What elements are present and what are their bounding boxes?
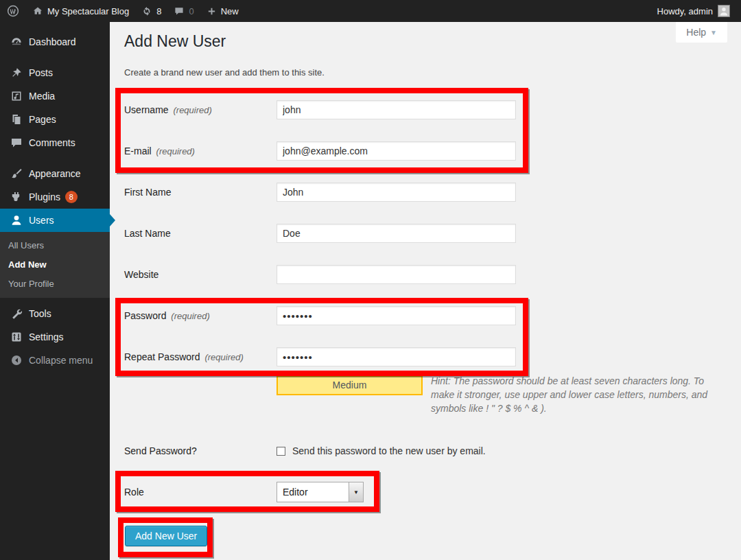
sidebar-separator — [0, 154, 110, 162]
required-note: (required) — [156, 146, 195, 156]
sidebar-item-posts[interactable]: Posts — [0, 61, 110, 84]
collapse-icon — [10, 353, 23, 367]
sidebar-item-media[interactable]: Media — [0, 84, 110, 108]
sidebar-item-label: Collapse menu — [29, 355, 93, 366]
email-label: E-mail (required) — [124, 145, 277, 156]
sidebar-item-label: Plugins — [29, 191, 60, 202]
last-name-row: Last Name — [124, 224, 516, 243]
website-label: Website — [124, 269, 277, 280]
wp-logo-menu[interactable] — [0, 0, 26, 22]
chevron-down-icon: ▼ — [710, 29, 717, 36]
last-name-label: Last Name — [124, 228, 277, 239]
sidebar-item-users[interactable]: Users — [0, 209, 110, 232]
repeat-password-label: Repeat Password (required) — [124, 351, 277, 362]
password-row: Password (required) — [124, 306, 516, 325]
website-input[interactable] — [277, 265, 516, 284]
avatar — [718, 5, 730, 17]
home-icon — [32, 5, 43, 16]
user-icon — [10, 213, 23, 227]
sidebar-item-collapse-menu[interactable]: Collapse menu — [0, 349, 110, 372]
password-label: Password (required) — [124, 310, 277, 321]
required-note: (required) — [171, 311, 209, 321]
username-label: Username (required) — [124, 104, 277, 115]
sidebar-item-label: Posts — [29, 67, 53, 78]
sidebar-item-label: Tools — [29, 308, 51, 319]
admin-sidebar: Dashboard Posts Media Pages Comments — [0, 22, 110, 560]
pages-icon — [10, 113, 23, 126]
sidebar-item-label: Dashboard — [29, 36, 76, 47]
wrench-icon — [10, 307, 23, 320]
sidebar-item-tools[interactable]: Tools — [0, 302, 110, 325]
add-new-user-button[interactable]: Add New User — [125, 526, 207, 546]
first-name-label: First Name — [124, 187, 277, 198]
username-input[interactable] — [277, 100, 516, 119]
sidebar-item-dashboard[interactable]: Dashboard — [0, 30, 110, 54]
comments-menu[interactable]: 0 — [167, 0, 200, 22]
email-row: E-mail (required) — [124, 141, 516, 161]
wordpress-icon — [6, 4, 20, 18]
submenu-item-add-new[interactable]: Add New — [0, 255, 110, 275]
help-button[interactable]: Help ▼ — [676, 22, 727, 43]
send-password-checkbox[interactable] — [277, 447, 285, 456]
sidebar-item-plugins[interactable]: Plugins 8 — [0, 185, 110, 209]
password-hint: Hint: The password should be at least se… — [431, 375, 707, 414]
password-input[interactable] — [277, 306, 516, 325]
first-name-input[interactable] — [277, 183, 516, 202]
site-menu[interactable]: My Spectacular Blog — [26, 0, 135, 22]
update-count: 8 — [156, 6, 161, 16]
role-row: Role Editor ▼ — [124, 482, 364, 502]
paintbrush-icon — [10, 167, 23, 180]
last-name-input[interactable] — [277, 224, 516, 243]
updates-menu[interactable]: 8 — [135, 0, 167, 22]
sidebar-item-label: Media — [29, 91, 55, 102]
pushpin-icon — [10, 66, 23, 80]
sidebar-separator — [0, 54, 110, 61]
repeat-password-input[interactable] — [277, 347, 516, 366]
send-password-checkbox-label: Send this password to the new user by em… — [292, 445, 486, 456]
required-note: (required) — [204, 352, 243, 362]
sidebar-item-label: Pages — [29, 114, 56, 125]
howdy-text: Howdy, admin — [657, 6, 713, 16]
role-label: Role — [124, 487, 277, 498]
admin-bar: My Spectacular Blog 8 0 New Howdy, admin — [0, 0, 741, 22]
page-subtitle: Create a brand new user and add them to … — [124, 67, 325, 78]
sidebar-item-appearance[interactable]: Appearance — [0, 162, 110, 185]
email-input[interactable] — [277, 141, 516, 161]
required-note: (required) — [173, 105, 211, 115]
role-selected-value: Editor — [277, 482, 349, 502]
howdy-menu[interactable]: Howdy, admin — [652, 0, 736, 22]
username-row: Username (required) — [124, 100, 516, 119]
submenu-item-your-profile[interactable]: Your Profile — [0, 275, 110, 294]
plus-icon — [207, 6, 217, 16]
new-content-menu[interactable]: New — [200, 0, 245, 22]
select-arrow-icon: ▼ — [349, 482, 363, 502]
new-label: New — [221, 6, 239, 16]
sidebar-item-label: Users — [29, 215, 54, 226]
sidebar-item-settings[interactable]: Settings — [0, 325, 110, 349]
comment-icon — [174, 5, 185, 16]
dashboard-icon — [10, 35, 23, 49]
page-title: Add New User — [124, 32, 226, 51]
submenu-item-all-users[interactable]: All Users — [0, 236, 110, 255]
main-content: Help ▼ Add New User Create a brand new u… — [110, 22, 741, 560]
role-select[interactable]: Editor ▼ — [277, 482, 364, 502]
sidebar-item-label: Comments — [29, 137, 75, 148]
repeat-password-row: Repeat Password (required) — [124, 347, 516, 366]
site-name: My Spectacular Blog — [47, 6, 129, 16]
sidebar-item-label: Appearance — [29, 168, 81, 179]
password-strength-area: Medium Hint: The password should be at l… — [277, 374, 710, 415]
plugins-update-badge: 8 — [65, 191, 78, 203]
sidebar-item-label: Settings — [29, 331, 64, 342]
send-password-row: Send Password? Send this password to the… — [124, 441, 486, 461]
media-icon — [10, 89, 23, 103]
password-strength-meter: Medium — [277, 375, 423, 395]
comments-icon — [10, 136, 23, 150]
users-submenu: All Users Add New Your Profile — [0, 232, 110, 298]
send-password-label: Send Password? — [124, 445, 277, 456]
sidebar-item-comments[interactable]: Comments — [0, 131, 110, 154]
website-row: Website — [124, 265, 516, 284]
sidebar-item-pages[interactable]: Pages — [0, 108, 110, 131]
update-icon — [141, 5, 152, 16]
settings-icon — [10, 330, 23, 344]
plugin-icon — [10, 190, 23, 204]
